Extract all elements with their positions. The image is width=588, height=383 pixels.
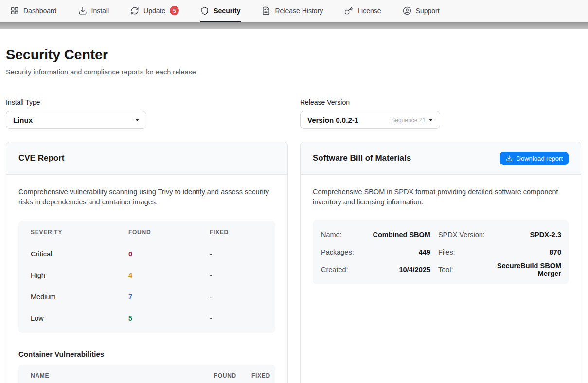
sbom-detail-label: Created: (321, 261, 354, 278)
nav-item-label: Dashboard (23, 7, 57, 15)
cve-report-card: CVE Report Comprehensive vulnerability s… (6, 142, 288, 383)
container-vulnerabilities-title: Container Vulnerabilities (18, 350, 275, 358)
cve-report-title: CVE Report (18, 153, 64, 163)
nav-item-label: Update (143, 7, 165, 15)
key-icon (344, 6, 353, 15)
found-value: 5 (128, 314, 210, 322)
sbom-detail-label: Tool: (438, 261, 485, 278)
release-version-value: Version 0.0.2-1 (307, 116, 358, 124)
filters-row: Install Type Linux Release Version Versi… (6, 98, 581, 129)
sbom-detail-value: Combined SBOM (362, 226, 430, 243)
severity-label: Medium (31, 293, 128, 301)
fixed-col-header: Fixed (210, 229, 263, 236)
table-row: Low 5 - (18, 308, 275, 329)
release-version-sequence: Sequence 21 (391, 117, 426, 124)
sbom-detail-label: Name: (321, 226, 354, 243)
nav-item-label: Install (91, 7, 109, 15)
fixed-value: - (210, 272, 263, 279)
nav-item-label: License (357, 7, 381, 15)
shield-icon (200, 6, 209, 15)
sbom-description: Comprehensive SBOM in SPDX format provid… (313, 187, 569, 208)
dashboard-icon (10, 6, 19, 15)
download-icon (506, 155, 513, 162)
chevron-down-icon (135, 119, 139, 121)
nav-item-install[interactable]: Install (78, 0, 110, 22)
header-scroll-shadow (0, 22, 588, 29)
main-content: Security Center Security information and… (0, 47, 588, 383)
sbom-details-grid: Name: Combined SBOM SPDX Version: SPDX-2… (313, 220, 569, 284)
document-icon (262, 6, 270, 15)
cards-row: CVE Report Comprehensive vulnerability s… (6, 142, 581, 383)
found-col-header: Found (197, 372, 236, 379)
nav-item-label: Support (416, 7, 440, 15)
sbom-detail-value: SPDX-2.3 (493, 226, 561, 243)
found-value: 4 (128, 272, 210, 279)
nav-item-security[interactable]: Security (200, 0, 241, 22)
nav-item-dashboard[interactable]: Dashboard (10, 0, 57, 22)
sbom-header: Software Bill of Materials Download repo… (301, 142, 581, 175)
refresh-icon (130, 6, 139, 15)
fixed-col-header: Fixed (236, 372, 270, 379)
sbom-title: Software Bill of Materials (313, 153, 411, 163)
sbom-detail-label: Packages: (321, 243, 354, 261)
table-row: High 4 - (18, 265, 275, 286)
update-count-badge: 5 (170, 6, 179, 15)
fixed-value: - (210, 314, 263, 322)
sbom-detail-label: SPDX Version: (438, 226, 485, 243)
install-type-select[interactable]: Linux (6, 111, 146, 129)
fixed-value: - (210, 293, 263, 301)
install-type-field: Install Type Linux (6, 98, 288, 129)
found-value: 7 (128, 293, 210, 301)
install-type-label: Install Type (6, 98, 288, 106)
severity-table: Severity Found Fixed Critical 0 - High 4… (18, 221, 275, 333)
cve-report-header: CVE Report (6, 142, 287, 175)
sbom-detail-value: 449 (362, 243, 430, 261)
sbom-detail-value: 870 (493, 243, 561, 261)
nav-item-support[interactable]: Support (402, 0, 440, 22)
container-vulnerabilities-table-header: Name Found Fixed (18, 365, 275, 383)
release-version-field: Release Version Version 0.0.2-1 Sequence… (300, 98, 581, 129)
top-nav: Dashboard Install Update 5 Security Rele… (0, 0, 588, 22)
severity-label: Critical (31, 250, 128, 258)
table-row: Medium 7 - (18, 286, 275, 308)
release-version-select[interactable]: Version 0.0.2-1 Sequence 21 (300, 111, 440, 129)
user-circle-icon (403, 6, 411, 15)
nav-item-license[interactable]: License (344, 0, 381, 22)
page-subtitle: Security information and compliance repo… (6, 68, 581, 76)
severity-label: High (31, 272, 128, 279)
nav-item-label: Security (214, 7, 240, 15)
sbom-detail-value: SecureBuild SBOM Merger (493, 261, 561, 278)
severity-table-header: Severity Found Fixed (18, 221, 275, 243)
fixed-value: - (210, 250, 263, 258)
nav-item-label: Release History (275, 7, 323, 15)
sbom-body: Comprehensive SBOM in SPDX format provid… (301, 175, 581, 296)
download-report-label: Download report (517, 155, 563, 162)
severity-col-header: Severity (31, 229, 128, 236)
sbom-detail-label: Files: (438, 243, 485, 261)
download-icon (78, 6, 87, 15)
nav-item-update[interactable]: Update 5 (130, 0, 179, 22)
sbom-detail-value: 10/4/2025 (362, 261, 430, 278)
nav-item-release-history[interactable]: Release History (261, 0, 323, 22)
table-row: Critical 0 - (18, 243, 275, 265)
cve-report-description: Comprehensive vulnerability scanning usi… (18, 187, 275, 208)
severity-label: Low (31, 314, 128, 322)
install-type-value: Linux (13, 116, 33, 124)
sbom-card: Software Bill of Materials Download repo… (300, 142, 581, 383)
page-title: Security Center (6, 47, 581, 63)
cve-report-body: Comprehensive vulnerability scanning usi… (6, 175, 287, 383)
found-col-header: Found (128, 229, 210, 236)
download-report-button[interactable]: Download report (500, 152, 569, 165)
name-col-header: Name (31, 372, 197, 379)
release-version-label: Release Version (300, 98, 581, 106)
chevron-down-icon (429, 119, 433, 121)
found-value: 0 (128, 250, 210, 258)
